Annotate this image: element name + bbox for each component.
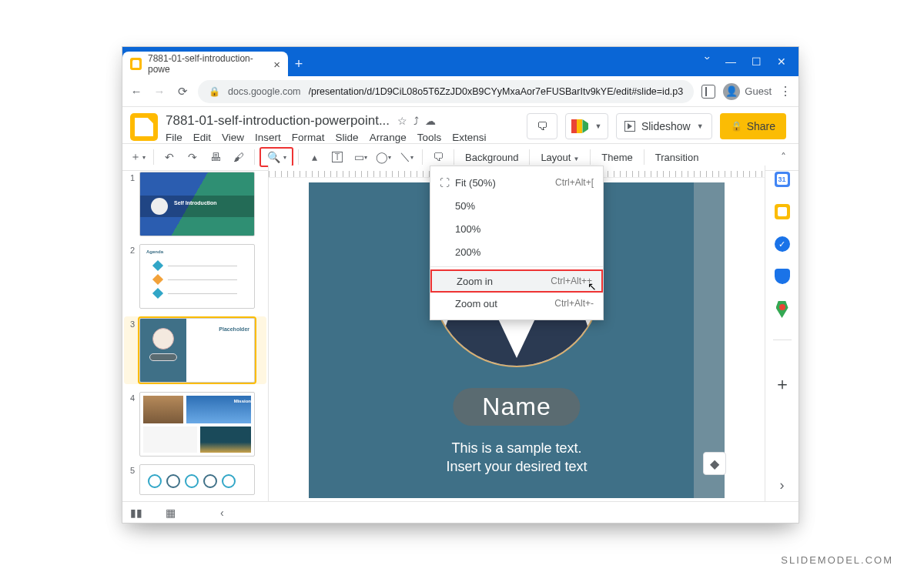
close-window-icon[interactable]: ✕ (777, 55, 786, 68)
canvas-area[interactable]: Name This is a sample text. Insert your … (269, 166, 765, 501)
redo-button[interactable]: ↷ (182, 147, 203, 167)
menu-slide[interactable]: Slide (336, 132, 359, 143)
back-button[interactable]: ← (129, 85, 144, 98)
maps-icon[interactable] (776, 301, 788, 318)
window-controls: ˅ — ☐ ✕ (692, 47, 798, 76)
profile-chip[interactable]: 👤 Guest (723, 83, 772, 100)
line-tool[interactable]: ＼▾ (396, 147, 417, 167)
slideshow-button[interactable]: Slideshow ▼ (616, 113, 712, 139)
zoom-icon: 🔍 (267, 151, 280, 163)
zoom-50-item[interactable]: 50% (430, 194, 603, 217)
side-panel-icon[interactable] (701, 85, 715, 99)
star-icon[interactable]: ☆ (397, 115, 407, 127)
zoom-in-item[interactable]: Zoom in Ctrl+Alt++ ↖ (430, 269, 603, 293)
address-bar-row: ← → ⟳ 🔒 docs.google.com /presentation/d/… (122, 76, 798, 107)
app-header: 7881-01-self-introduction-powerpoint... … (122, 107, 798, 143)
background-button[interactable]: Background (459, 152, 524, 163)
slides-favicon-icon (130, 58, 142, 70)
image-tool[interactable]: ▭▾ (350, 147, 371, 167)
app-body: 1 Self Introduction 2 Agenda 3 Placehold… (122, 166, 798, 501)
lock-icon: 🔒 (731, 121, 742, 132)
paint-format-button[interactable]: 🖌 (228, 147, 249, 167)
browser-tab[interactable]: 7881-01-self-introduction-powe × (122, 52, 288, 76)
contacts-icon[interactable] (775, 269, 790, 284)
grid-view-icon[interactable]: ▦ (166, 507, 174, 519)
slides-logo-icon[interactable] (130, 113, 158, 141)
comment-add-button[interactable]: 🗨 (427, 147, 449, 167)
thumbnail-panel[interactable]: 1 Self Introduction 2 Agenda 3 Placehold… (122, 166, 269, 501)
bottom-strip: ▮▮ ▦ ‹ (122, 501, 798, 523)
filmstrip-view-icon[interactable]: ▮▮ (130, 507, 142, 519)
menu-file[interactable]: File (166, 132, 182, 143)
layout-button[interactable]: Layout▼ (534, 152, 585, 163)
url-path: /presentation/d/1D9CiL08o5T6ZzJD0xB9CYyM… (309, 86, 684, 97)
chevron-down-icon[interactable]: ˅ (703, 55, 711, 68)
hide-side-panel-icon[interactable]: › (780, 477, 785, 493)
slide-thumbnail-5[interactable]: 5 (126, 464, 265, 495)
select-tool[interactable]: ▴ (303, 147, 325, 167)
avatar-icon: 👤 (723, 83, 740, 100)
tasks-icon[interactable] (775, 236, 790, 252)
share-label: Share (747, 120, 775, 132)
slide-thumbnail-1[interactable]: 1 Self Introduction (126, 172, 265, 236)
slide-thumbnail-2[interactable]: 2 Agenda (126, 244, 265, 309)
collapse-toolbar-button[interactable]: ˄ (772, 147, 794, 167)
profile-label: Guest (745, 85, 772, 97)
zoom-100-item[interactable]: 100% (430, 217, 603, 240)
keep-icon[interactable] (775, 204, 790, 219)
forward-button[interactable]: → (152, 85, 167, 98)
explore-button[interactable]: ◆ (703, 452, 726, 475)
theme-button[interactable]: Theme (595, 152, 638, 163)
cursor-icon: ↖ (588, 280, 597, 293)
menu-bar: File Edit View Insert Format Slide Arran… (166, 132, 486, 143)
close-tab-icon[interactable]: × (273, 58, 280, 71)
name-pill[interactable]: Name (453, 388, 580, 426)
zoom-out-item[interactable]: Zoom out Ctrl+Alt+- (430, 292, 603, 315)
address-bar[interactable]: 🔒 docs.google.com /presentation/d/1D9CiL… (198, 80, 694, 103)
menu-extensions[interactable]: Extensi (452, 132, 486, 143)
undo-button[interactable]: ↶ (159, 147, 180, 167)
comments-button[interactable]: 🗨 (527, 113, 557, 139)
menu-edit[interactable]: Edit (193, 132, 211, 143)
new-slide-button[interactable]: ＋▾ (127, 147, 149, 167)
reload-button[interactable]: ⟳ (175, 85, 190, 99)
menu-arrange[interactable]: Arrange (370, 132, 407, 143)
zoom-200-item[interactable]: 200% (430, 240, 603, 263)
doc-title[interactable]: 7881-01-self-introduction-powerpoint... (166, 113, 390, 129)
maximize-icon[interactable]: ☐ (752, 55, 762, 68)
play-icon (624, 121, 635, 132)
menu-view[interactable]: View (222, 132, 244, 143)
menu-format[interactable]: Format (292, 132, 325, 143)
side-panel-rail: ＋ › (765, 166, 798, 501)
menu-insert[interactable]: Insert (255, 132, 281, 143)
calendar-icon[interactable] (775, 172, 790, 187)
lock-icon: 🔒 (209, 86, 220, 97)
print-button[interactable]: 🖶 (205, 147, 226, 167)
chevron-down-icon: ▾ (283, 154, 286, 161)
title-bar: 7881-01-self-introduction-powe × + ˅ — ☐… (122, 47, 798, 76)
meet-button[interactable]: ▼ (565, 113, 608, 139)
move-icon[interactable]: ⤴ (413, 115, 419, 127)
new-tab-button[interactable]: + (288, 52, 310, 76)
chrome-menu-icon[interactable]: ⋮ (779, 84, 792, 99)
slideshow-label: Slideshow (641, 120, 691, 132)
browser-window: 7881-01-self-introduction-powe × + ˅ — ☐… (122, 46, 799, 523)
textbox-tool[interactable]: 🅃 (326, 147, 348, 167)
addons-plus-icon[interactable]: ＋ (774, 373, 791, 396)
transition-button[interactable]: Transition (649, 152, 705, 163)
zoom-fit-item[interactable]: ⛶ Fit (50%) Ctrl+Alt+[ (430, 171, 603, 194)
cloud-status-icon[interactable]: ☁ (425, 115, 436, 127)
slide-thumbnail-3[interactable]: 3 Placeholder (124, 316, 266, 384)
menu-tools[interactable]: Tools (417, 132, 442, 143)
collapse-filmstrip-icon[interactable]: ‹ (220, 507, 224, 519)
explore-icon: ◆ (710, 457, 719, 471)
url-host: docs.google.com (228, 86, 301, 97)
sample-text[interactable]: This is a sample text. Insert your desir… (309, 439, 725, 477)
chevron-down-icon: ▼ (594, 122, 601, 130)
share-button[interactable]: 🔒 Share (720, 113, 786, 139)
minimize-icon[interactable]: — (725, 55, 736, 68)
slide-thumbnail-4[interactable]: 4 Mission (126, 392, 265, 457)
tab-title: 7881-01-self-introduction-powe (148, 53, 267, 75)
shape-tool[interactable]: ◯▾ (373, 147, 394, 167)
zoom-button[interactable]: 🔍 ▾ (259, 147, 293, 167)
